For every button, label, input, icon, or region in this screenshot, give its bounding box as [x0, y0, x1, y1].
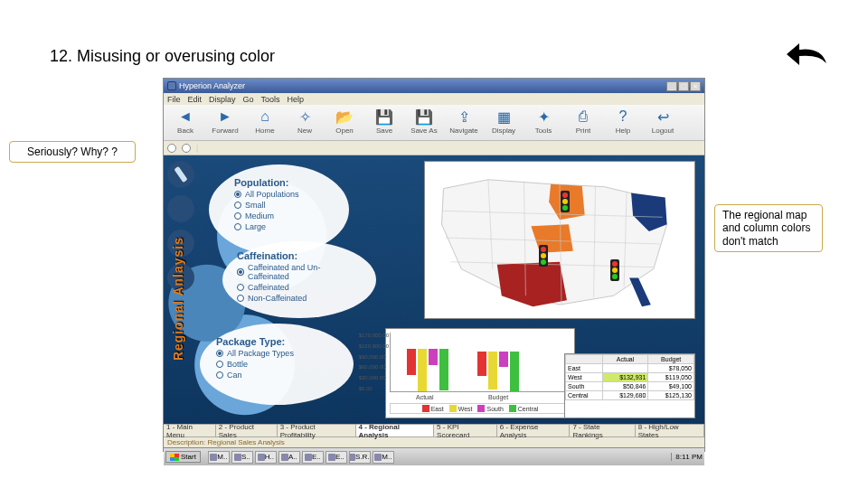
tool-icon[interactable] — [167, 144, 176, 153]
radio-icon — [234, 223, 241, 230]
taskbar-item[interactable]: M.. — [208, 451, 230, 464]
toolbar-save[interactable]: 💾Save — [366, 107, 402, 135]
package-panel: Package Type:All Package TypesBottleCan — [200, 324, 354, 405]
sheet-tab[interactable]: 6 - Expense Analysis — [497, 425, 571, 436]
radio-icon — [234, 212, 241, 220]
minimize-button[interactable]: _ — [666, 81, 677, 91]
sheet-tab[interactable]: 4 - Regional Analysis — [356, 425, 435, 436]
taskbar-item[interactable]: H.. — [255, 451, 277, 464]
new-icon: ✧ — [295, 107, 315, 127]
table-row[interactable]: West$132,931$119,050 — [566, 373, 694, 382]
menu-bar: FileEditDisplayGoToolsHelp — [164, 93, 704, 105]
radio-icon — [234, 202, 241, 209]
menu-go[interactable]: Go — [243, 95, 254, 104]
menu-display[interactable]: Display — [209, 95, 236, 104]
maximize-button[interactable]: □ — [678, 81, 689, 91]
radio-icon — [237, 268, 244, 276]
table-row[interactable]: East$78,050 — [566, 364, 694, 373]
toolbar-navigate[interactable]: ⇪Navigate — [446, 107, 482, 135]
taskbar-item[interactable]: E.. — [326, 451, 347, 464]
us-map[interactable] — [424, 161, 695, 319]
radio-option[interactable]: Medium — [234, 211, 324, 221]
callout-map-colors: The regional map and column colors don't… — [714, 204, 823, 252]
logout-icon: ↩ — [653, 107, 673, 127]
toolbar-home[interactable]: ⌂Home — [247, 107, 283, 135]
radio-icon — [234, 191, 241, 198]
toolbar-open[interactable]: 📂Open — [326, 107, 363, 135]
toolbar-help[interactable]: ?Help — [605, 107, 641, 135]
population-panel: Population:All PopulationsSmallMediumLar… — [209, 164, 349, 255]
tool-icon[interactable] — [182, 144, 191, 153]
radio-option[interactable]: Large — [234, 222, 324, 231]
radio-option[interactable]: Can — [216, 371, 337, 380]
traffic-light-icon — [610, 259, 619, 281]
caffeination-panel: Caffeination:Caffeinated and Un-Caffeina… — [222, 241, 376, 318]
menu-file[interactable]: File — [167, 95, 181, 104]
table-header: Budget — [648, 355, 694, 364]
sheet-tab[interactable]: 8 - High/Low States — [636, 425, 704, 436]
radio-option[interactable]: All Populations — [234, 190, 324, 199]
return-arrow-icon[interactable] — [785, 38, 828, 67]
toolbar-logout[interactable]: ↩Logout — [645, 107, 681, 135]
taskbar-clock: 8:11 PM — [671, 453, 703, 461]
bar-central — [439, 349, 448, 390]
toolbar-display[interactable]: ▦Display — [486, 107, 522, 135]
radio-icon — [237, 284, 244, 291]
menu-tools[interactable]: Tools — [261, 95, 280, 104]
table-header — [566, 355, 603, 364]
legend-item: Central — [509, 405, 539, 412]
traffic-light-icon — [539, 245, 548, 267]
bar-south — [499, 352, 508, 367]
panel-heading: Population: — [234, 177, 324, 188]
y-tick: $0.00 — [359, 386, 389, 391]
main-toolbar: ◄Back►Forward⌂Home✧New📂Open💾Save💾Save As… — [164, 105, 704, 141]
bar-chart[interactable]: $170,000.00$150,000.00$90,000.00$60,000.… — [385, 328, 575, 418]
taskbar-item[interactable]: S.R.. — [349, 451, 371, 464]
radio-option[interactable]: Caffeinated — [237, 283, 362, 292]
radio-icon — [216, 371, 223, 379]
help-icon: ? — [613, 107, 633, 127]
toolbar-print[interactable]: ⎙Print — [565, 107, 601, 135]
titlebar[interactable]: Hyperion Analyzer _ □ × — [164, 79, 704, 93]
sheet-tab[interactable]: 5 - KPI Scorecard — [434, 425, 497, 436]
sheet-tab[interactable]: 3 - Product Profitability — [278, 425, 356, 436]
toolbar-tools[interactable]: ✦Tools — [525, 107, 561, 135]
taskbar-item[interactable]: M.. — [373, 451, 394, 464]
table-row[interactable]: South$50,846$49,100 — [566, 382, 694, 391]
toolbar-forward[interactable]: ►Forward — [207, 107, 243, 135]
toolbar-back[interactable]: ◄Back — [167, 107, 203, 135]
region-data-table[interactable]: ActualBudgetEast$78,050West$132,931$119,… — [564, 353, 695, 418]
taskbar-item[interactable]: S.. — [231, 451, 253, 464]
radio-option[interactable]: Small — [234, 201, 324, 210]
sheet-tab[interactable]: 7 - State Rankings — [570, 425, 635, 436]
start-button[interactable]: Start — [165, 451, 201, 463]
radio-icon — [216, 350, 223, 357]
table-row[interactable]: Central$129,680$125,130 — [566, 391, 694, 400]
radio-option[interactable]: Caffeinated and Un-Caffeinated — [237, 263, 362, 281]
taskbar-item[interactable]: A.. — [278, 451, 300, 464]
radio-option[interactable]: Non-Caffeinated — [237, 294, 362, 303]
x-tick: Actual — [416, 394, 433, 400]
toolbar-new[interactable]: ✧New — [287, 107, 323, 135]
sheet-tab[interactable]: 2 - Product Sales — [216, 425, 278, 436]
y-tick: $30,000.00 — [359, 375, 389, 380]
radio-option[interactable]: Bottle — [216, 360, 337, 369]
dashboard-canvas: Regional Anlaysis Population:All Populat… — [164, 155, 704, 424]
save-icon: 💾 — [374, 107, 394, 127]
print-icon: ⎙ — [573, 107, 593, 127]
sheet-tab[interactable]: 1 - Main Menu — [164, 425, 216, 436]
menu-help[interactable]: Help — [288, 95, 305, 104]
y-tick: $60,000.00 — [359, 364, 389, 370]
toolbar-save-as[interactable]: 💾Save As — [406, 107, 442, 135]
radio-option[interactable]: All Package Types — [216, 349, 337, 358]
close-button[interactable]: × — [690, 81, 701, 91]
callout-seriously: Seriously? Why? ? — [9, 141, 136, 163]
y-tick: $170,000.00 — [359, 333, 389, 338]
open-icon: 📂 — [335, 107, 354, 127]
windows-taskbar: Start M..S..H..A..E..E..S.R..M.. 8:11 PM — [164, 447, 704, 465]
x-tick: Budget — [488, 394, 508, 400]
menu-edit[interactable]: Edit — [188, 95, 203, 104]
radio-icon — [237, 295, 244, 302]
hyperion-window: Hyperion Analyzer _ □ × FileEditDisplayG… — [163, 78, 705, 452]
taskbar-item[interactable]: E.. — [302, 451, 324, 464]
